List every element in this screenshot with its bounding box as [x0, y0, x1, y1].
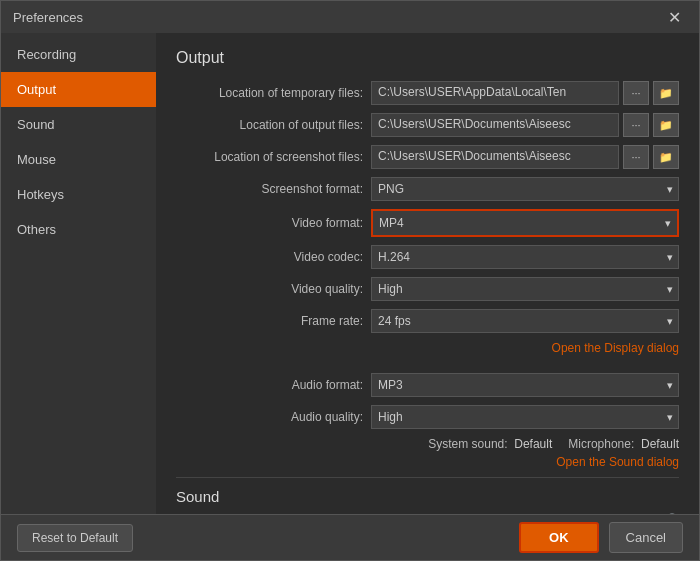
audio-format-label: Audio format:: [176, 378, 371, 392]
temp-files-folder-btn[interactable]: 📁: [653, 81, 679, 105]
right-buttons: OK Cancel: [519, 522, 683, 553]
video-codec-label: Video codec:: [176, 250, 371, 264]
video-codec-row: Video codec: H.264: [176, 245, 679, 269]
audio-quality-select-wrap: High: [371, 405, 679, 429]
temp-files-row: Location of temporary files: C:\Users\US…: [176, 81, 679, 105]
screenshot-format-select[interactable]: PNG: [371, 177, 679, 201]
sound-status-row: System sound: Default Microphone: Defaul…: [176, 437, 679, 451]
ok-button[interactable]: OK: [519, 522, 599, 553]
audio-format-select-wrap: MP3: [371, 373, 679, 397]
frame-rate-select[interactable]: 24 fps: [371, 309, 679, 333]
video-codec-select-wrap: H.264: [371, 245, 679, 269]
screenshot-format-control: PNG: [371, 177, 679, 201]
video-codec-select[interactable]: H.264: [371, 245, 679, 269]
sound-dialog-row: Open the Sound dialog: [176, 455, 679, 469]
output-files-row: Location of output files: C:\Users\USER\…: [176, 113, 679, 137]
sound-dialog-link[interactable]: Open the Sound dialog: [556, 455, 679, 469]
bottom-bar: Reset to Default OK Cancel: [1, 514, 699, 560]
reset-button[interactable]: Reset to Default: [17, 524, 133, 552]
frame-rate-label: Frame rate:: [176, 314, 371, 328]
audio-quality-label: Audio quality:: [176, 410, 371, 424]
close-button[interactable]: ✕: [662, 6, 687, 29]
frame-rate-control: 24 fps: [371, 309, 679, 333]
preferences-window: Preferences ✕ Recording Output Sound Mou…: [0, 0, 700, 561]
title-bar: Preferences ✕: [1, 1, 699, 33]
content-area: Recording Output Sound Mouse Hotkeys Oth…: [1, 33, 699, 514]
output-files-value: C:\Users\USER\Documents\Aiseesc: [371, 113, 619, 137]
video-format-select-wrap: MP4: [371, 209, 679, 237]
sidebar-item-sound[interactable]: Sound: [1, 107, 156, 142]
sidebar-item-mouse[interactable]: Mouse: [1, 142, 156, 177]
sidebar-item-hotkeys[interactable]: Hotkeys: [1, 177, 156, 212]
sidebar-item-others[interactable]: Others: [1, 212, 156, 247]
screenshot-files-dots-btn[interactable]: ···: [623, 145, 649, 169]
screenshot-format-label: Screenshot format:: [176, 182, 371, 196]
sidebar: Recording Output Sound Mouse Hotkeys Oth…: [1, 33, 156, 514]
frame-rate-select-wrap: 24 fps: [371, 309, 679, 333]
sound-section-title: Sound: [176, 477, 679, 505]
frame-rate-row: Frame rate: 24 fps: [176, 309, 679, 333]
video-quality-label: Video quality:: [176, 282, 371, 296]
video-quality-row: Video quality: High: [176, 277, 679, 301]
temp-files-control: C:\Users\USER\AppData\Local\Ten ··· 📁: [371, 81, 679, 105]
video-format-select[interactable]: MP4: [373, 211, 677, 235]
window-title: Preferences: [13, 10, 83, 25]
video-format-control: MP4: [371, 209, 679, 237]
output-files-dots-btn[interactable]: ···: [623, 113, 649, 137]
screenshot-format-row: Screenshot format: PNG: [176, 177, 679, 201]
output-files-control: C:\Users\USER\Documents\Aiseesc ··· 📁: [371, 113, 679, 137]
audio-format-row: Audio format: MP3: [176, 373, 679, 397]
sidebar-item-output[interactable]: Output: [1, 72, 156, 107]
output-files-folder-btn[interactable]: 📁: [653, 113, 679, 137]
microphone-status: Microphone: Default: [568, 437, 679, 451]
screenshot-files-label: Location of screenshot files:: [176, 150, 371, 164]
video-quality-control: High: [371, 277, 679, 301]
screenshot-files-row: Location of screenshot files: C:\Users\U…: [176, 145, 679, 169]
temp-files-value: C:\Users\USER\AppData\Local\Ten: [371, 81, 619, 105]
screenshot-files-control: C:\Users\USER\Documents\Aiseesc ··· 📁: [371, 145, 679, 169]
audio-quality-row: Audio quality: High: [176, 405, 679, 429]
screenshot-format-select-wrap: PNG: [371, 177, 679, 201]
screenshot-files-value: C:\Users\USER\Documents\Aiseesc: [371, 145, 619, 169]
video-format-label: Video format:: [176, 216, 371, 230]
video-quality-select[interactable]: High: [371, 277, 679, 301]
audio-format-select[interactable]: MP3: [371, 373, 679, 397]
display-dialog-link[interactable]: Open the Display dialog: [552, 341, 679, 355]
temp-files-dots-btn[interactable]: ···: [623, 81, 649, 105]
video-format-row: Video format: MP4: [176, 209, 679, 237]
audio-quality-select[interactable]: High: [371, 405, 679, 429]
display-dialog-row: Open the Display dialog: [176, 341, 679, 355]
video-quality-select-wrap: High: [371, 277, 679, 301]
output-files-label: Location of output files:: [176, 118, 371, 132]
temp-files-label: Location of temporary files:: [176, 86, 371, 100]
sidebar-item-recording[interactable]: Recording: [1, 37, 156, 72]
audio-format-control: MP3: [371, 373, 679, 397]
screenshot-files-folder-btn[interactable]: 📁: [653, 145, 679, 169]
audio-quality-control: High: [371, 405, 679, 429]
video-codec-control: H.264: [371, 245, 679, 269]
main-panel: Output Location of temporary files: C:\U…: [156, 33, 699, 514]
cancel-button[interactable]: Cancel: [609, 522, 683, 553]
output-section-title: Output: [176, 49, 679, 67]
system-sound-status: System sound: Default: [428, 437, 552, 451]
